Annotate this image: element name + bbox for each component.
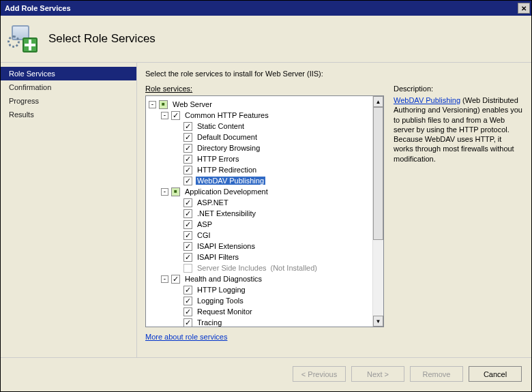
expander-icon[interactable]: - — [161, 112, 168, 119]
instruction-text: Select the role services to install for … — [145, 70, 523, 78]
tree-item-label[interactable]: Health and Diagnostics — [183, 275, 263, 283]
node-http-logging[interactable]: HTTP Logging — [147, 284, 371, 295]
scroll-thumb[interactable] — [373, 107, 383, 240]
checkbox[interactable] — [183, 253, 192, 262]
node-tracing[interactable]: Tracing — [147, 317, 371, 327]
role-services-tree[interactable]: -Web Server-Common HTTP FeaturesStatic C… — [145, 95, 384, 327]
node-web-server[interactable]: -Web Server — [147, 99, 371, 110]
expander-icon[interactable]: - — [149, 101, 156, 108]
node-net-extensibility[interactable]: .NET Extensibility — [147, 208, 371, 219]
page-title: Select Role Services — [48, 32, 156, 46]
checkbox[interactable] — [183, 177, 192, 185]
description-label: Description: — [394, 85, 523, 93]
checkbox[interactable] — [171, 275, 180, 284]
tree-item-label[interactable]: Tracing — [196, 318, 223, 327]
checkbox[interactable] — [183, 133, 192, 142]
node-webdav-publishing[interactable]: WebDAV Publishing — [147, 175, 371, 186]
description-link[interactable]: WebDAV Publishing — [394, 96, 460, 104]
node-isapi-extensions[interactable]: ISAPI Extensions — [147, 241, 371, 252]
tree-item-label[interactable]: Common HTTP Features — [183, 111, 270, 119]
checkbox[interactable] — [183, 155, 192, 164]
previous-button[interactable]: < Previous — [293, 366, 346, 382]
wizard-icon — [8, 22, 40, 55]
tree-item-label[interactable]: Static Content — [196, 122, 246, 130]
expander-icon[interactable]: - — [161, 275, 168, 283]
checkbox[interactable] — [183, 231, 192, 240]
close-button[interactable]: ✕ — [518, 3, 530, 14]
checkbox[interactable] — [183, 122, 192, 131]
window-title: Add Role Services — [5, 4, 71, 12]
tree-item-label[interactable]: WebDAV Publishing — [196, 177, 265, 185]
step-role-services[interactable]: Role Services — [1, 67, 136, 80]
not-installed-suffix: (Not Installed) — [271, 264, 317, 272]
tree-item-label[interactable]: Directory Browsing — [196, 144, 261, 152]
tree-scrollbar[interactable]: ▲ ▼ — [372, 96, 383, 327]
node-cgi[interactable]: CGI — [147, 230, 371, 241]
more-about-role-services-link[interactable]: More about role services — [145, 333, 384, 341]
tree-item-label[interactable]: HTTP Errors — [196, 155, 241, 163]
checkbox[interactable] — [183, 286, 192, 295]
next-button[interactable]: Next > — [351, 366, 404, 382]
node-logging-tools[interactable]: Logging Tools — [147, 295, 371, 306]
tree-item-label[interactable]: Logging Tools — [196, 297, 245, 305]
cancel-button[interactable]: Cancel — [469, 366, 522, 382]
checkbox[interactable] — [159, 100, 168, 109]
checkbox[interactable] — [183, 144, 192, 153]
step-results[interactable]: Results — [1, 108, 136, 121]
checkbox[interactable] — [183, 297, 192, 305]
scroll-up-button[interactable]: ▲ — [373, 96, 383, 107]
checkbox[interactable] — [183, 242, 192, 251]
wizard-header: Select Role Services — [1, 16, 531, 63]
tree-item-label[interactable]: Web Server — [171, 100, 213, 108]
description-text: WebDAV Publishing (Web Distributed Autho… — [394, 95, 523, 164]
node-server-side-includes[interactable]: Server Side Includes(Not Installed) — [147, 262, 371, 273]
add-role-services-window: Add Role Services ✕ Select Role Services… — [0, 0, 532, 392]
node-health-diagnostics[interactable]: -Health and Diagnostics — [147, 273, 371, 284]
node-asp[interactable]: ASP — [147, 219, 371, 230]
checkbox — [183, 264, 192, 273]
checkbox[interactable] — [183, 166, 192, 175]
wizard-steps-sidebar: Role ServicesConfirmationProgressResults — [1, 63, 137, 357]
wizard-button-bar: < Previous Next > Remove Cancel — [1, 357, 531, 391]
node-isapi-filters[interactable]: ISAPI Filters — [147, 252, 371, 262]
titlebar[interactable]: Add Role Services ✕ — [1, 1, 531, 16]
checkbox[interactable] — [183, 220, 192, 229]
tree-item-label[interactable]: ISAPI Filters — [196, 253, 240, 261]
checkbox[interactable] — [183, 209, 192, 218]
remove-button[interactable]: Remove — [410, 366, 463, 382]
step-confirmation[interactable]: Confirmation — [1, 80, 136, 94]
checkbox[interactable] — [183, 198, 192, 207]
node-request-monitor[interactable]: Request Monitor — [147, 306, 371, 317]
tree-item-label[interactable]: HTTP Logging — [196, 286, 247, 294]
node-application-development[interactable]: -Application Development — [147, 186, 371, 197]
node-directory-browsing[interactable]: Directory Browsing — [147, 142, 371, 153]
node-aspnet[interactable]: ASP.NET — [147, 197, 371, 208]
tree-item-label[interactable]: Request Monitor — [196, 307, 254, 316]
node-common-http-features[interactable]: -Common HTTP Features — [147, 110, 371, 121]
tree-item-label[interactable]: Default Document — [196, 133, 258, 141]
main-panel: Select the role services to install for … — [137, 63, 531, 357]
step-progress[interactable]: Progress — [1, 94, 136, 108]
checkbox[interactable] — [171, 187, 180, 196]
checkbox[interactable] — [183, 307, 192, 316]
tree-item-label[interactable]: ASP.NET — [196, 198, 230, 207]
expander-icon[interactable]: - — [161, 188, 168, 196]
tree-item-label[interactable]: ISAPI Extensions — [196, 242, 256, 250]
tree-item-label[interactable]: .NET Extensibility — [196, 209, 257, 217]
checkbox[interactable] — [171, 111, 180, 120]
node-http-redirection[interactable]: HTTP Redirection — [147, 164, 371, 175]
checkbox[interactable] — [183, 318, 192, 327]
node-static-content[interactable]: Static Content — [147, 121, 371, 132]
tree-item-label[interactable]: Server Side Includes — [196, 264, 268, 272]
tree-item-label[interactable]: ASP — [196, 220, 213, 228]
tree-item-label[interactable]: HTTP Redirection — [196, 166, 258, 174]
node-default-document[interactable]: Default Document — [147, 132, 371, 142]
scroll-down-button[interactable]: ▼ — [373, 316, 383, 327]
role-services-label: Role services: — [145, 85, 384, 93]
tree-item-label[interactable]: Application Development — [183, 187, 269, 196]
node-http-errors[interactable]: HTTP Errors — [147, 153, 371, 164]
tree-item-label[interactable]: CGI — [196, 231, 212, 239]
